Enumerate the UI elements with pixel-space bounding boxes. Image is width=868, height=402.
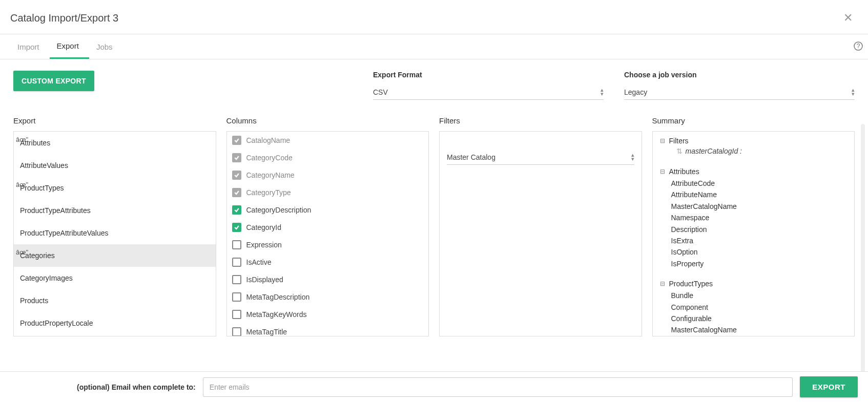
chevron-down-icon: ▴▾ (631, 153, 634, 161)
tab-jobs[interactable]: Jobs (89, 35, 123, 58)
column-label: CategoryCode (246, 154, 293, 162)
summary-producttypes-title: ProductTypes (669, 280, 713, 288)
tabs: Import Export Jobs ? (0, 34, 868, 59)
export-item-producttypes[interactable]: âœ"ProductTypes (14, 177, 216, 199)
column-item-metatagdescription[interactable]: MetaTagDescription (227, 288, 429, 306)
column-item-categorydescription[interactable]: CategoryDescription (227, 201, 429, 219)
column-item-isactive[interactable]: IsActive (227, 253, 429, 271)
column-label: MetaTagKeyWords (246, 310, 307, 319)
summary-item: Description (660, 224, 848, 235)
export-item-categories[interactable]: âœ"Categories (14, 244, 216, 267)
filters-panel-title: Filters (439, 116, 642, 125)
scrollbar[interactable] (861, 124, 865, 380)
column-label: CatalogName (246, 136, 291, 144)
custom-export-button[interactable]: CUSTOM EXPORT (13, 71, 94, 91)
export-item-attributes[interactable]: âœ"Attributes (14, 132, 216, 154)
export-item-categoryimages[interactable]: CategoryImages (14, 267, 216, 289)
help-icon[interactable]: ? (854, 41, 863, 53)
master-catalog-select[interactable]: Master Catalog ▴▾ (447, 150, 634, 165)
checkbox[interactable] (232, 240, 241, 249)
column-item-categoryid[interactable]: CategoryId (227, 219, 429, 236)
summary-panel-title: Summary (652, 116, 855, 125)
summary-panel-body[interactable]: ⊟ Filters ⇅masterCatalogId : ⊟ Attribute… (652, 131, 855, 336)
export-item-label: Products (20, 297, 48, 305)
checkbox[interactable] (232, 136, 241, 145)
column-label: IsActive (246, 258, 272, 266)
filters-panel: Filters Master Catalog ▴▾ (439, 116, 642, 336)
column-item-categorytype[interactable]: CategoryType (227, 184, 429, 201)
columns-panel-body[interactable]: CatalogNameCategoryCodeCategoryNameCateg… (226, 131, 429, 336)
checkbox[interactable] (232, 171, 241, 180)
checkbox[interactable] (232, 205, 241, 215)
columns-panel: Columns CatalogNameCategoryCodeCategoryN… (226, 116, 429, 336)
summary-item: MasterCatalogName (660, 324, 848, 335)
close-icon[interactable]: ✕ (838, 9, 858, 27)
column-item-expression[interactable]: Expression (227, 236, 429, 253)
export-panel-body[interactable]: âœ"AttributesAttributeValuesâœ"ProductTy… (13, 131, 216, 336)
checkbox[interactable] (232, 327, 241, 336)
summary-item: Component (660, 302, 848, 313)
summary-attributes-toggle[interactable]: ⊟ Attributes (660, 167, 848, 176)
checkbox[interactable] (232, 223, 241, 232)
chevron-down-icon: ▴▾ (601, 88, 604, 96)
export-panel-title: Export (13, 116, 216, 125)
checkbox[interactable] (232, 292, 241, 302)
export-panel: Export âœ"AttributesAttributeValuesâœ"Pr… (13, 116, 216, 336)
export-item-label: ProductTypeAttributes (20, 206, 91, 215)
column-item-metatagtitle[interactable]: MetaTagTitle (227, 323, 429, 336)
summary-filters-section: ⊟ Filters ⇅masterCatalogId : (653, 132, 855, 162)
export-format-label: Export Format (373, 71, 604, 79)
summary-item: Configurable (660, 313, 848, 324)
export-item-products[interactable]: Products (14, 289, 216, 312)
check-icon: âœ" (16, 181, 28, 188)
summary-panel: Summary ⊟ Filters ⇅masterCatalogId : ⊟ A… (652, 116, 855, 336)
checkbox[interactable] (232, 153, 241, 162)
column-item-categoryname[interactable]: CategoryName (227, 166, 429, 184)
job-version-field: Choose a job version Legacy ▴▾ (624, 71, 855, 100)
export-item-producttypeattributevalues[interactable]: ProductTypeAttributeValues (14, 222, 216, 244)
summary-filters-title: Filters (669, 137, 689, 145)
page-header: Catalog Import/Export 3 ✕ (0, 0, 868, 34)
column-item-catalogname[interactable]: CatalogName (227, 132, 429, 149)
column-label: CategoryId (246, 223, 281, 231)
checkbox[interactable] (232, 275, 241, 284)
export-item-producttypeattributes[interactable]: ProductTypeAttributes (14, 199, 216, 222)
chevron-down-icon: ▴▾ (852, 88, 855, 96)
check-icon: âœ" (16, 248, 28, 256)
summary-item: MasterCatalogName (660, 201, 848, 212)
summary-producttypes-toggle[interactable]: ⊟ ProductTypes (660, 280, 848, 288)
column-item-isdisplayed[interactable]: IsDisplayed (227, 271, 429, 288)
export-format-select[interactable]: CSV ▴▾ (373, 85, 604, 100)
checkbox[interactable] (232, 310, 241, 319)
export-item-label: ProductTypeAttributeValues (20, 229, 109, 237)
page-title: Catalog Import/Export 3 (10, 12, 118, 24)
column-label: MetaTagTitle (246, 328, 287, 336)
checkbox[interactable] (232, 188, 241, 197)
tab-import[interactable]: Import (10, 35, 50, 58)
export-item-attributevalues[interactable]: AttributeValues (14, 154, 216, 177)
top-row: CUSTOM EXPORT Export Format CSV ▴▾ Choos… (13, 71, 855, 100)
tab-export[interactable]: Export (50, 34, 89, 59)
checkbox[interactable] (232, 258, 241, 267)
column-item-metatagkeywords[interactable]: MetaTagKeyWords (227, 306, 429, 323)
collapse-icon: ⊟ (660, 281, 666, 287)
export-item-label: AttributeValues (20, 161, 68, 170)
summary-item: Bundle (660, 290, 848, 301)
summary-item: IsOption (660, 246, 848, 258)
job-version-select[interactable]: Legacy ▴▾ (624, 85, 855, 100)
svg-text:?: ? (857, 43, 860, 50)
check-icon: âœ" (16, 136, 28, 143)
column-item-categorycode[interactable]: CategoryCode (227, 149, 429, 166)
job-version-label: Choose a job version (624, 71, 855, 79)
collapse-icon: ⊟ (660, 168, 666, 175)
email-input[interactable] (203, 377, 793, 397)
master-catalog-label: Master Catalog (447, 153, 495, 161)
export-button[interactable]: EXPORT (800, 376, 858, 397)
columns-panel-title: Columns (226, 116, 429, 125)
collapse-icon: ⊟ (660, 138, 666, 144)
summary-item: IsExtra (660, 235, 848, 246)
export-item-productpropertylocale[interactable]: ProductPropertyLocale (14, 312, 216, 334)
column-label: Expression (246, 241, 282, 249)
summary-filters-toggle[interactable]: ⊟ Filters (660, 137, 848, 145)
export-item-label: ProductPropertyLocale (20, 319, 93, 327)
